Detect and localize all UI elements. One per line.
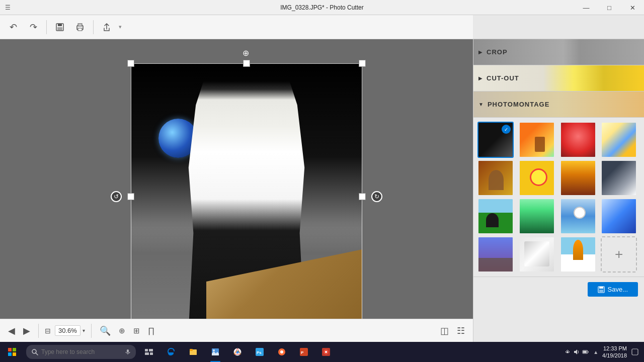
save-btn-label: Save... xyxy=(608,286,628,293)
svg-rect-17 xyxy=(145,349,148,351)
gallery-item-13[interactable] xyxy=(477,236,514,273)
gallery-item-2[interactable] xyxy=(519,122,555,158)
fullscreen-button[interactable]: ∏ xyxy=(146,325,156,336)
toolbar-separator-2 xyxy=(93,20,94,34)
share-icon xyxy=(102,22,112,32)
tray-icons xyxy=(564,348,589,355)
export-view-button[interactable]: ◫ xyxy=(438,323,451,338)
photomontage-arrow-icon: ▼ xyxy=(478,102,484,107)
svg-rect-11 xyxy=(8,352,12,356)
cutout-section-header[interactable]: ▶ CUT-OUT xyxy=(473,65,644,92)
photoshop-app[interactable]: Ps xyxy=(249,342,271,362)
edge-app[interactable] xyxy=(160,342,182,362)
clock-display: 12:33 PM 4/19/2018 xyxy=(602,345,627,359)
save-icon xyxy=(55,22,65,32)
share-button[interactable] xyxy=(98,18,116,36)
expand-tray-button[interactable]: ▲ xyxy=(593,349,598,355)
svg-point-38 xyxy=(325,351,327,353)
gallery-item-10[interactable] xyxy=(519,198,555,234)
chrome-app[interactable] xyxy=(226,342,249,362)
nav-next-button[interactable]: ▶ xyxy=(21,323,32,338)
gallery-item-8[interactable] xyxy=(601,160,637,196)
crop-handle-mr[interactable] xyxy=(359,193,366,200)
maximize-button[interactable]: □ xyxy=(598,0,621,15)
bottom-sep-2 xyxy=(91,324,92,338)
start-button[interactable] xyxy=(0,342,24,362)
svg-rect-19 xyxy=(145,352,149,355)
undo-button[interactable]: ↶ xyxy=(4,18,22,36)
taskbar-search[interactable] xyxy=(26,345,136,359)
notification-icon[interactable] xyxy=(631,348,639,356)
gallery-item-6[interactable] xyxy=(519,160,555,196)
photocutter-icon xyxy=(211,347,220,356)
cutout-arrow-icon: ▶ xyxy=(478,75,482,81)
nav-prev-button[interactable]: ◀ xyxy=(6,323,17,338)
zoom-in-button[interactable]: ⊕ xyxy=(117,325,127,336)
svg-point-33 xyxy=(280,350,283,353)
close-button[interactable]: ✕ xyxy=(621,0,644,15)
save-row: Save... xyxy=(473,277,644,302)
window-title: IMG_0328.JPG* - Photo Cutter xyxy=(280,4,363,11)
svg-rect-18 xyxy=(149,349,153,351)
gallery-item-4[interactable] xyxy=(601,122,637,158)
gallery-item-14[interactable] xyxy=(519,236,555,273)
powerpoint-app[interactable]: P xyxy=(293,342,315,362)
search-input[interactable] xyxy=(41,348,122,355)
rotate-left-handle[interactable]: ↺ xyxy=(111,191,122,202)
crop-handle-tr[interactable] xyxy=(359,60,366,67)
search-icon xyxy=(31,348,38,355)
add-background-button[interactable]: + xyxy=(601,236,637,273)
network-icon[interactable] xyxy=(564,348,571,355)
gallery-item-5[interactable] xyxy=(477,160,514,196)
crop-overlay: ↺ ↻ ⊕ xyxy=(131,63,362,330)
gallery-item-3[interactable] xyxy=(560,122,596,158)
explorer-app[interactable] xyxy=(182,342,204,362)
minimize-button[interactable]: — xyxy=(575,0,598,15)
top-bar: ↶ ↷ xyxy=(0,15,644,39)
crop-handle-tl[interactable] xyxy=(127,60,134,67)
gallery-item-1[interactable]: ✓ xyxy=(477,122,514,158)
crop-section-header[interactable]: ▶ CROP xyxy=(473,39,644,65)
cutout-preview-img xyxy=(543,65,644,92)
gallery-item-15[interactable] xyxy=(560,236,596,273)
svg-line-14 xyxy=(36,353,38,355)
photomontage-section-header[interactable]: ▼ PHOTOMONTAGE xyxy=(473,92,644,118)
print-button[interactable] xyxy=(71,18,89,36)
save-action-button[interactable]: Save... xyxy=(588,282,638,297)
battery-icon[interactable] xyxy=(582,348,589,355)
grid-view-button[interactable]: ☷ xyxy=(455,323,467,338)
app8[interactable] xyxy=(271,342,293,362)
photocutter-app[interactable] xyxy=(204,342,226,362)
photomontage-label: PHOTOMONTAGE xyxy=(488,101,549,108)
task-view-button[interactable] xyxy=(138,342,160,362)
right-panel-top-spacer xyxy=(473,15,644,39)
save-button[interactable] xyxy=(51,18,69,36)
clock-time: 12:33 PM xyxy=(602,345,627,352)
bottom-sep-1 xyxy=(38,324,39,338)
speaker-icon[interactable] xyxy=(573,348,580,355)
rotate-right-handle[interactable]: ↻ xyxy=(371,191,382,202)
svg-rect-12 xyxy=(13,352,16,356)
crop-handle-tc[interactable] xyxy=(243,60,250,67)
share-dropdown[interactable]: ▾ xyxy=(119,24,122,30)
svg-rect-20 xyxy=(150,352,153,355)
menu-icon[interactable]: ☰ xyxy=(0,4,11,11)
gallery-item-9[interactable] xyxy=(477,198,514,234)
cutout-label: CUT-OUT xyxy=(487,74,519,82)
zoom-dropdown-button[interactable]: ▾ xyxy=(83,328,85,333)
zoom-out-button[interactable]: 🔍 xyxy=(98,324,113,337)
svg-point-39 xyxy=(567,351,569,353)
gallery-item-11[interactable] xyxy=(560,198,596,234)
svg-point-25 xyxy=(213,349,215,351)
gallery-item-7[interactable] xyxy=(560,160,596,196)
redo-button[interactable]: ↷ xyxy=(24,18,42,36)
gallery-item-12[interactable] xyxy=(601,198,637,234)
app10[interactable] xyxy=(315,342,337,362)
zoom-value[interactable]: 30.6% xyxy=(55,325,80,336)
fit-to-screen-button[interactable]: ⊞ xyxy=(131,325,142,336)
crop-handle-ml[interactable] xyxy=(127,193,134,200)
svg-rect-9 xyxy=(8,348,12,351)
save-btn-icon xyxy=(598,286,605,293)
bottom-toolbar: ◀ ▶ ⊟ 30.6% ▾ 🔍 ⊕ ⊞ ∏ ◫ ☷ xyxy=(0,319,473,342)
mic-icon xyxy=(125,349,131,355)
